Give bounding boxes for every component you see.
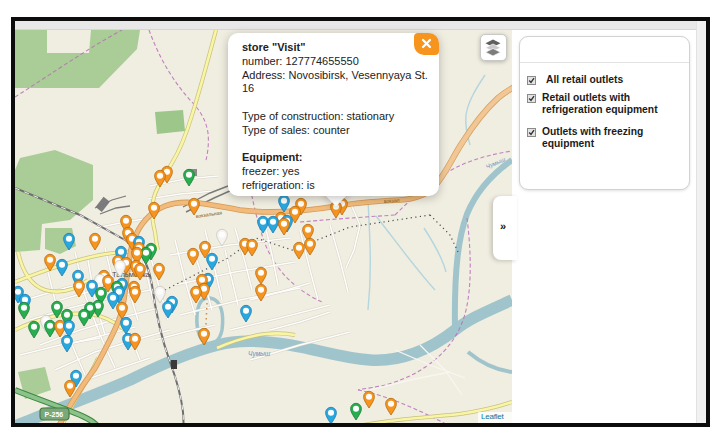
svg-text:P-256: P-256 — [45, 411, 64, 418]
svg-text:Чумыш: Чумыш — [248, 350, 271, 358]
svg-text:вокзал: вокзал — [384, 197, 400, 204]
